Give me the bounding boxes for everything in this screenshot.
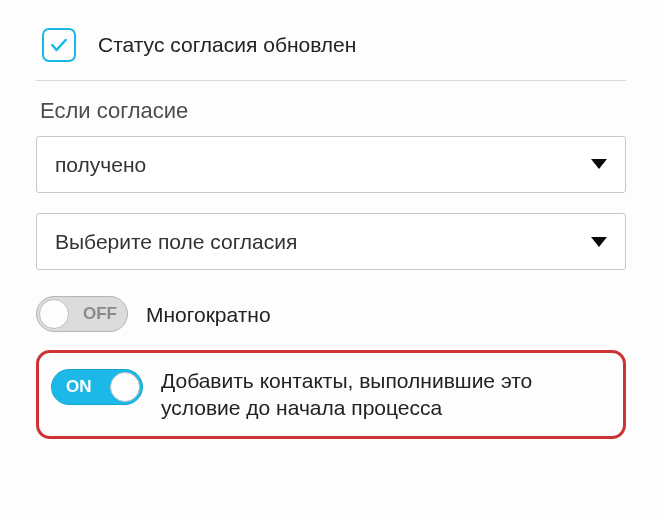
section-label-if-consent: Если согласие xyxy=(40,97,626,126)
checkbox-row-consent-status: Статус согласия обновлен xyxy=(36,24,626,81)
select-consent-field[interactable]: Выберите поле согласия xyxy=(36,213,626,270)
chevron-down-icon xyxy=(591,237,607,247)
checkbox-label: Статус согласия обновлен xyxy=(98,31,356,58)
checkmark-icon xyxy=(49,35,69,55)
toggle-add-contacts[interactable]: ON xyxy=(51,369,143,405)
toggle-row-multiple: OFF Многократно xyxy=(36,290,626,338)
chevron-down-icon xyxy=(591,159,607,169)
select-consent-value-text: получено xyxy=(55,151,146,178)
toggle-knob xyxy=(39,299,69,329)
toggle-knob xyxy=(110,372,140,402)
select-consent-value[interactable]: получено xyxy=(36,136,626,193)
toggle-multiple-label: Многократно xyxy=(146,301,271,328)
toggle-state-text: OFF xyxy=(83,303,117,325)
toggle-row-add-contacts: ON Добавить контакты, выполнившие это ус… xyxy=(51,367,611,422)
toggle-add-contacts-label: Добавить контакты, выполнившие это услов… xyxy=(161,367,611,422)
select-consent-field-text: Выберите поле согласия xyxy=(55,228,297,255)
toggle-state-text: ON xyxy=(66,376,92,398)
highlight-box-add-contacts: ON Добавить контакты, выполнившие это ус… xyxy=(36,350,626,439)
toggle-multiple[interactable]: OFF xyxy=(36,296,128,332)
checkbox-consent-status-updated[interactable] xyxy=(42,28,76,62)
